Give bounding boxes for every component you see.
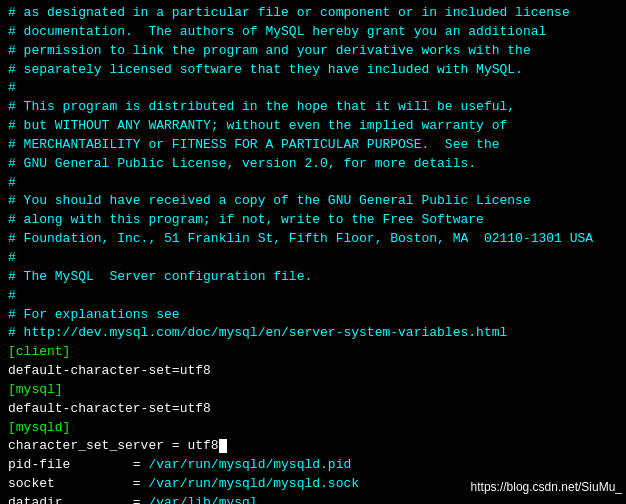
code-line: [mysql] bbox=[8, 381, 618, 400]
code-line: pid-file = /var/run/mysqld/mysqld.pid bbox=[8, 456, 618, 475]
code-line: # MERCHANTABILITY or FITNESS FOR A PARTI… bbox=[8, 136, 618, 155]
code-line: default-character-set=utf8 bbox=[8, 400, 618, 419]
code-line: # For explanations see bbox=[8, 306, 618, 325]
code-line: # The MySQL Server configuration file. bbox=[8, 268, 618, 287]
code-line: default-character-set=utf8 bbox=[8, 362, 618, 381]
code-lines: # as designated in a particular file or … bbox=[8, 4, 618, 504]
code-line: # bbox=[8, 174, 618, 193]
code-line: # along with this program; if not, write… bbox=[8, 211, 618, 230]
code-line: # http://dev.mysql.com/doc/mysql/en/serv… bbox=[8, 324, 618, 343]
code-line: [mysqld] bbox=[8, 419, 618, 438]
code-line: # You should have received a copy of the… bbox=[8, 192, 618, 211]
code-editor: # as designated in a particular file or … bbox=[0, 0, 626, 504]
code-line: # permission to link the program and you… bbox=[8, 42, 618, 61]
code-line: # GNU General Public License, version 2.… bbox=[8, 155, 618, 174]
code-line: character_set_server = utf8 bbox=[8, 437, 618, 456]
code-line: # but WITHOUT ANY WARRANTY; without even… bbox=[8, 117, 618, 136]
code-line: # bbox=[8, 79, 618, 98]
code-line: # documentation. The authors of MySQL he… bbox=[8, 23, 618, 42]
code-line: # separately licensed software that they… bbox=[8, 61, 618, 80]
code-line: # Foundation, Inc., 51 Franklin St, Fift… bbox=[8, 230, 618, 249]
code-line: # This program is distributed in the hop… bbox=[8, 98, 618, 117]
code-line: # bbox=[8, 287, 618, 306]
code-line: [client] bbox=[8, 343, 618, 362]
code-line: # as designated in a particular file or … bbox=[8, 4, 618, 23]
code-line: # bbox=[8, 249, 618, 268]
watermark: https://blog.csdn.net/SiuMu_ bbox=[467, 478, 626, 496]
